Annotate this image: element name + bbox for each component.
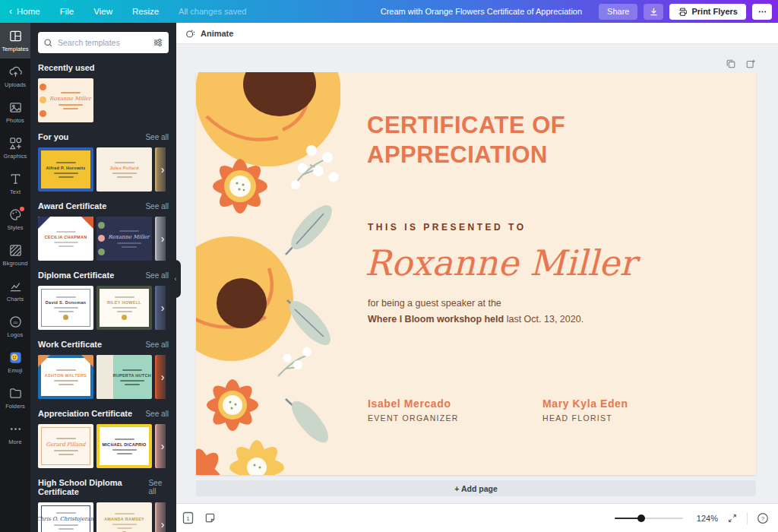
photos-icon [8, 100, 23, 115]
template-thumbnail[interactable]: Roxanne Miller [38, 78, 93, 122]
sidebar-item-label: Logos [8, 331, 24, 338]
uploads-icon [8, 65, 23, 79]
scroll-right-chevron[interactable]: › [157, 286, 169, 330]
scroll-right-chevron[interactable]: › [157, 147, 169, 192]
print-flyers-button[interactable]: Print Flyers [669, 4, 746, 20]
certificate-title-text[interactable]: CERTIFICATE OF APPRECIATION [367, 110, 565, 169]
sidebar-item-label: Bkground [3, 260, 28, 267]
resize-menu[interactable]: Resize [132, 7, 159, 16]
more-icon [8, 422, 23, 436]
thumbnail-recipient-name: RILEY HOWELL [107, 300, 141, 305]
sidebar-item-logos[interactable]: coLogos [0, 309, 30, 344]
thumbnail-recipient-name: David S. Donoman [46, 300, 86, 305]
view-menu[interactable]: View [93, 7, 112, 16]
see-all-link[interactable]: See all [145, 271, 169, 280]
fullscreen-button[interactable] [727, 513, 738, 524]
thumbnail-recipient-name: ASHTON WALTERS [45, 373, 87, 378]
sidebar-item-text[interactable]: Text [0, 166, 30, 201]
search-box [38, 32, 169, 53]
search-input[interactable] [58, 38, 148, 47]
see-all-link[interactable]: See all [148, 479, 169, 496]
sidebar-item-label: Photos [6, 117, 24, 124]
certificate-page[interactable]: CERTIFICATE OF APPRECIATION THIS IS PRES… [196, 72, 756, 475]
help-button[interactable]: ? [757, 512, 769, 524]
emoji-icon [8, 350, 23, 365]
template-thumbnail[interactable]: Gerard Pilland [38, 424, 93, 468]
file-menu[interactable]: File [60, 7, 74, 16]
presented-to-label[interactable]: THIS IS PRESENTED TO [368, 222, 526, 233]
collapse-panel-handle[interactable]: ‹ [170, 260, 181, 298]
sidebar-item-templates[interactable]: Templates [0, 23, 30, 59]
download-button[interactable] [644, 4, 663, 20]
templates-icon [8, 29, 23, 43]
sidebar-item-uploads[interactable]: Uploads [0, 59, 30, 94]
duplicate-page-button[interactable] [726, 59, 736, 69]
sidebar-item-more[interactable]: More [0, 416, 30, 451]
see-all-link[interactable]: See all [145, 202, 169, 211]
template-thumbnail[interactable]: MICHAEL DICAPRIO [96, 424, 152, 468]
home-menu[interactable]: ‹ Home [9, 7, 40, 16]
floral-border-illustration[interactable] [196, 72, 340, 475]
document-title[interactable]: Cream with Orange Flowers Certificate of… [381, 7, 582, 16]
thumbnail-recipient-name: Jules Pollard [109, 166, 138, 170]
section-title: Appreciation Certificate [38, 409, 132, 418]
pages-overview-button[interactable]: 1 [182, 511, 194, 524]
canva-editor: ‹ Home File View Resize All changes save… [0, 0, 778, 532]
scroll-right-chevron[interactable]: › [157, 502, 169, 532]
thumbnail-row: Chris O. ChristojeramAMANDA RAMSEY› [38, 502, 169, 532]
scroll-right-chevron[interactable]: › [157, 424, 169, 468]
sidebar-item-emoji[interactable]: Emoji [0, 344, 30, 380]
certificate-body-text[interactable]: for being a guest speaker at the Where I… [368, 296, 584, 327]
help-icon: ? [757, 512, 769, 524]
scroll-right-chevron[interactable]: › [157, 217, 169, 261]
sidebar-item-label: Graphics [4, 153, 27, 160]
template-thumbnail[interactable]: Alfred P. Horowitz [38, 147, 93, 192]
template-thumbnail[interactable]: Jules Pollard [96, 147, 152, 192]
canvas-toolbar: Animate [176, 23, 778, 44]
sidebar-rail: TemplatesUploadsPhotosGraphicsTextStyles… [0, 23, 30, 532]
zoom-slider[interactable] [615, 513, 683, 524]
template-thumbnail[interactable]: CECILIA CHAPMAN [38, 217, 93, 261]
thumbnail-recipient-name: Roxanne Miller [108, 234, 149, 240]
template-thumbnail[interactable]: AMANDA RAMSEY [96, 502, 152, 532]
template-thumbnail[interactable]: Chris O. Christojeram [38, 502, 93, 532]
signature-2[interactable]: Mary Kyla Eden HEAD FLORIST [542, 397, 717, 423]
notes-button[interactable] [204, 512, 216, 524]
template-thumbnail[interactable]: ASHTON WALTERS [38, 355, 93, 399]
text-icon [8, 172, 23, 186]
sidebar-item-charts[interactable]: Charts [0, 273, 30, 309]
share-button[interactable]: Share [599, 4, 637, 20]
section-title: Award Certificate [38, 201, 106, 211]
thumbnail-recipient-name: Gerard Pilland [46, 442, 86, 448]
sidebar-item-styles[interactable]: Styles [0, 201, 30, 237]
template-thumbnail[interactable]: Roxanne Miller [96, 217, 152, 261]
more-options-button[interactable] [752, 4, 772, 20]
recipient-name-text[interactable]: Roxanne Miller [365, 242, 636, 283]
background-icon [8, 243, 23, 258]
printer-icon [678, 7, 688, 17]
add-new-page-button[interactable] [745, 59, 756, 69]
top-bar: ‹ Home File View Resize All changes save… [0, 0, 778, 23]
filter-sliders-icon[interactable] [153, 37, 163, 48]
see-all-link[interactable]: See all [145, 340, 169, 349]
animate-button[interactable]: Animate [185, 28, 233, 39]
zoom-slider-knob[interactable] [637, 515, 645, 522]
search-icon [43, 38, 53, 48]
template-thumbnail[interactable]: David S. Donoman [38, 286, 93, 330]
sidebar-item-graphics[interactable]: Graphics [0, 130, 30, 166]
download-icon [649, 7, 659, 17]
add-page-button[interactable]: + Add page [196, 480, 756, 496]
sidebar-item-photos[interactable]: Photos [0, 94, 30, 130]
see-all-link[interactable]: See all [145, 133, 169, 141]
signature-1[interactable]: Isabel Mercado EVENT ORGANIZER [368, 397, 542, 423]
see-all-link[interactable]: See all [145, 410, 169, 418]
template-thumbnail[interactable]: RUPERTA HUTCH [96, 355, 152, 399]
sidebar-item-folders[interactable]: Folders [0, 380, 30, 416]
thumbnail-row: CECILIA CHAPMANRoxanne Miller› [38, 217, 169, 261]
template-thumbnail[interactable]: RILEY HOWELL [96, 286, 152, 330]
sidebar-item-background[interactable]: Bkground [0, 237, 30, 273]
scroll-right-chevron[interactable]: › [157, 355, 169, 399]
section-title: Recently used [38, 63, 95, 72]
thumbnail-recipient-name: Roxanne Miller [49, 96, 90, 102]
svg-text:?: ? [761, 515, 765, 522]
